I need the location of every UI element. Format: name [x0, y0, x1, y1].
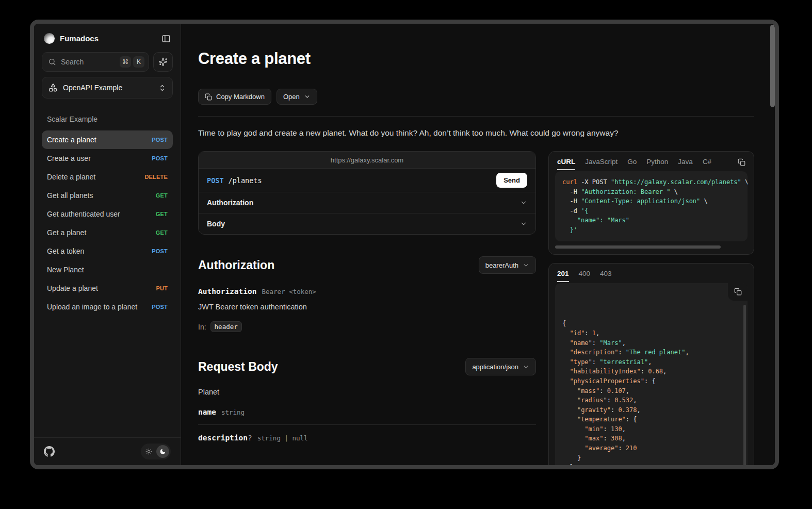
theme-dark-button[interactable] [156, 445, 169, 458]
k-key: K [133, 56, 144, 68]
theme-toggle [141, 444, 171, 459]
request-body-heading: Request Body [198, 360, 278, 374]
code-copy-button[interactable] [738, 158, 745, 170]
code-line: "max": 308, [562, 434, 740, 444]
response-copy-button[interactable] [728, 283, 748, 301]
sidebar-item-label: Upload an image to a planet [47, 303, 137, 311]
sidebar-item[interactable]: Create a planetPOST [42, 130, 173, 149]
copy-icon [734, 288, 742, 295]
header-divider [198, 116, 754, 117]
chevron-down-icon [520, 220, 527, 227]
sidebar-item[interactable]: Get all planetsGET [42, 186, 173, 205]
github-link[interactable] [44, 446, 55, 457]
playground-body-section[interactable]: Body [199, 213, 535, 234]
sidebar-footer [34, 437, 181, 465]
brand-name: Fumadocs [60, 34, 99, 43]
code-line: "name": "Mars", [562, 338, 740, 348]
search-input[interactable]: Search ⌘ K [42, 52, 149, 72]
field-name: description [198, 434, 248, 442]
code-sample-tabs: cURLJavaScriptGoPythonJavaC# [557, 158, 711, 170]
ai-search-button[interactable] [153, 52, 173, 72]
lang-tab-go[interactable]: Go [627, 158, 637, 170]
field-row: description?string | null [198, 425, 536, 450]
response-panel: 201400403 { "id": 1, "name": "Mars", "de… [548, 263, 754, 465]
sidebar-item-label: Update a planet [47, 284, 98, 292]
code-line: -H "Authorization: Bearer " \ [562, 187, 740, 197]
sun-icon [145, 448, 152, 455]
page-actions: Copy Markdown Open [198, 89, 754, 105]
code-sample-block: curl -X POST "https://galaxy.scalar.com/… [555, 171, 748, 241]
copy-markdown-button[interactable]: Copy Markdown [198, 89, 271, 105]
auth-description: JWT Bearer token authentication [198, 303, 536, 311]
sidebar-item-label: Get a token [47, 247, 84, 255]
sidebar-item[interactable]: Upload an image to a planetPOST [42, 298, 173, 316]
sidebar-item[interactable]: Update a planetPUT [42, 279, 173, 298]
lang-tab-java[interactable]: Java [678, 158, 693, 170]
auth-param-type: Bearer <token> [262, 288, 316, 295]
auth-scheme-select[interactable]: bearerAuth [479, 256, 536, 274]
moon-icon [159, 448, 166, 455]
sidebar-item[interactable]: Create a userPOST [42, 149, 173, 168]
code-horizontal-scrollbar[interactable] [555, 245, 721, 249]
window-scrollbar[interactable] [770, 25, 775, 107]
nav-section-label: Scalar Example [42, 113, 173, 130]
content-type-value: application/json [472, 363, 518, 371]
cmd-key: ⌘ [120, 56, 131, 68]
code-line: -H "Content-Type: application/json" \ [562, 196, 740, 206]
chevrons-up-down-icon [158, 84, 166, 92]
method-badge: GET [156, 211, 168, 217]
in-value-chip: header [210, 321, 242, 332]
lang-tab-curl[interactable]: cURL [557, 158, 575, 170]
workspace-select[interactable]: OpenAPI Example [42, 77, 173, 98]
panel-left-icon [161, 34, 171, 43]
pg-auth-label: Authorization [207, 199, 253, 207]
code-sample-panel: cURLJavaScriptGoPythonJavaC# curl -X POS… [548, 151, 754, 255]
schema-name: Planet [198, 388, 536, 396]
code-line: }, [562, 463, 740, 465]
sidebar-item[interactable]: Get authenticated userGET [42, 205, 173, 223]
status-tab-403[interactable]: 403 [600, 270, 612, 282]
code-line: "description": "The red planet", [562, 348, 740, 357]
sidebar-item-label: Get a planet [47, 228, 86, 237]
workspace-label: OpenAPI Example [63, 84, 122, 92]
code-line: curl -X POST "https://galaxy.scalar.com/… [562, 177, 740, 187]
method-badge: GET [156, 229, 168, 236]
sidebar-nav-section: Scalar Example Create a planetPOSTCreate… [42, 113, 173, 437]
content-type-select[interactable]: application/json [465, 358, 536, 375]
pg-path: /planets [229, 176, 262, 185]
code-line: -d '{ [562, 206, 740, 216]
sidebar-item-label: Create a user [47, 154, 91, 162]
request-body-fields: namestringdescription?string | null [198, 399, 536, 450]
response-vertical-scrollbar[interactable] [743, 305, 746, 465]
sidebar-header: Fumadocs [42, 32, 173, 52]
lang-tab-python[interactable]: Python [646, 158, 668, 170]
response-block: { "id": 1, "name": "Mars", "description"… [555, 283, 748, 465]
shapes-icon [48, 83, 58, 92]
status-tab-201[interactable]: 201 [557, 270, 569, 282]
base-url: https://galaxy.scalar.com [199, 152, 535, 169]
lang-tab-c#[interactable]: C# [703, 158, 711, 170]
send-button[interactable]: Send [496, 173, 527, 188]
copy-icon [738, 158, 745, 166]
sidebar-item-label: Create a planet [47, 136, 96, 144]
method-badge: POST [152, 155, 168, 161]
code-line: "physicalProperties": { [562, 376, 740, 386]
theme-light-button[interactable] [142, 445, 155, 458]
sidebar-item[interactable]: Delete a planetDELETE [42, 168, 173, 186]
pg-body-label: Body [207, 220, 225, 228]
sidebar-item[interactable]: Get a tokenPOST [42, 242, 173, 260]
code-line: "radius": 0.532, [562, 396, 740, 405]
sidebar-item-label: New Planet [47, 266, 84, 274]
sidebar-toggle-button[interactable] [161, 34, 171, 43]
open-button[interactable]: Open [277, 89, 317, 105]
status-tab-400[interactable]: 400 [579, 270, 591, 282]
copy-markdown-label: Copy Markdown [216, 93, 265, 101]
fumadocs-logo [44, 33, 55, 44]
sparkles-icon [158, 57, 168, 67]
lang-tab-javascript[interactable]: JavaScript [585, 158, 618, 170]
authorization-heading: Authorization [198, 258, 274, 272]
sidebar-item[interactable]: New Planet [42, 260, 173, 279]
playground-authorization-section[interactable]: Authorization [199, 192, 535, 213]
sidebar-item[interactable]: Get a planetGET [42, 223, 173, 242]
method-badge: DELETE [144, 174, 168, 180]
